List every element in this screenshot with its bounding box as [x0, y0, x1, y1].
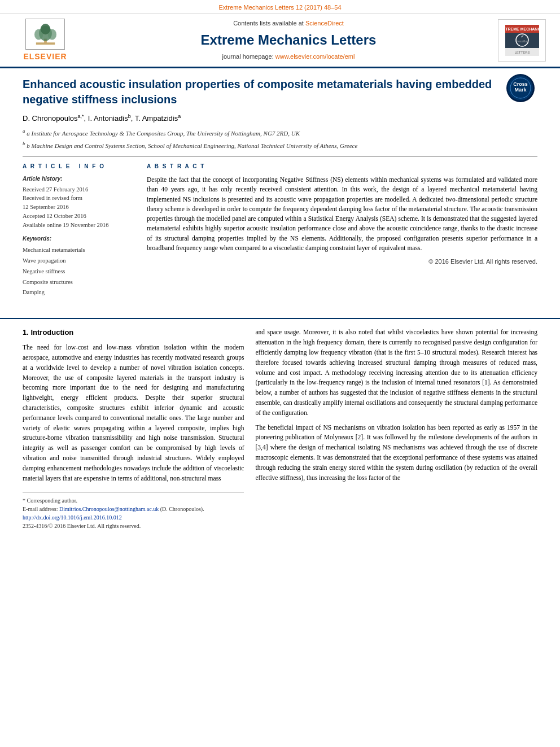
- svg-rect-5: [36, 43, 54, 45]
- doi-link[interactable]: http://dx.doi.org/10.1016/j.eml.2016.10.…: [23, 514, 122, 521]
- abstract-text: Despite the fact that the concept of inc…: [147, 175, 537, 253]
- keywords-label: Keywords:: [23, 235, 135, 243]
- homepage-link[interactable]: www.elsevier.com/locate/eml: [275, 53, 355, 60]
- received-date: Received 27 February 2016: [23, 185, 135, 194]
- issn-text: 2352-4316/© 2016 Elsevier Ltd. All right…: [23, 522, 244, 530]
- author-ampatzidis: T. Ampatzidis: [135, 115, 178, 123]
- left-column: 1. Introduction The need for low-cost an…: [23, 327, 244, 530]
- journal-header-center: Contents lists available at ScienceDirec…: [79, 19, 498, 62]
- article-info-label: A R T I C L E I N F O: [23, 163, 135, 171]
- article-history-group: Article history: Received 27 February 20…: [23, 175, 135, 229]
- elsevier-logo-icon: [25, 19, 65, 50]
- keywords-group: Keywords: Mechanical metamaterials Wave …: [23, 235, 135, 298]
- journal-ref-text: Extreme Mechanics Letters 12 (2017) 48–5…: [218, 4, 341, 11]
- corresponding-author-note: * Corresponding author.: [23, 496, 244, 505]
- svg-text:CrossMark: CrossMark: [515, 40, 529, 43]
- authors-line: D. Chronopoulosa,*, I. Antoniadisb, T. A…: [23, 113, 537, 124]
- crossmark-logo-area: EXTREME MECHANICS ✓ CrossMark LETTERS: [498, 19, 549, 62]
- journal-name: Extreme Mechanics Letters: [90, 30, 487, 50]
- article-info-column: A R T I C L E I N F O Article history: R…: [23, 163, 135, 304]
- intro-para2: and space usage. Moreover, it is also no…: [255, 327, 537, 418]
- elsevier-tree-svg: [33, 23, 58, 45]
- article-title: Enhanced acoustic insulation properties …: [23, 77, 537, 107]
- svg-text:Cross: Cross: [513, 81, 528, 87]
- crossmark-logo: EXTREME MECHANICS ✓ CrossMark LETTERS: [498, 19, 546, 62]
- keyword-5: Damping: [23, 287, 135, 298]
- crossmark-svg: EXTREME MECHANICS ✓ CrossMark LETTERS: [505, 25, 539, 56]
- intro-section-title: 1. Introduction: [23, 327, 244, 338]
- history-label: Article history:: [23, 175, 135, 184]
- crossmark-inline: Cross Mark: [506, 74, 537, 102]
- svg-text:✓: ✓: [520, 34, 524, 39]
- keyword-4: Composite structures: [23, 277, 135, 288]
- email-link[interactable]: Dimitrios.Chronopoulos@nottingham.ac.uk: [59, 506, 159, 512]
- keyword-1: Mechanical metamaterials: [23, 245, 135, 256]
- accepted-date: Accepted 12 October 2016: [23, 212, 135, 221]
- available-date: Available online 19 November 2016: [23, 221, 135, 230]
- author-antoniadis: I. Antoniadis: [88, 115, 128, 123]
- main-content: 1. Introduction The need for low-cost an…: [0, 318, 560, 541]
- right-column: and space usage. Moreover, it is also no…: [255, 327, 537, 530]
- contents-line: Contents lists available at ScienceDirec…: [90, 19, 487, 28]
- revised-label: Received in revised form: [23, 194, 135, 203]
- affiliation-a: a a Institute for Aerospace Technology &…: [23, 128, 537, 138]
- svg-text:EXTREME MECHANICS: EXTREME MECHANICS: [505, 27, 539, 31]
- intro-para3: The beneficial impact of NS mechanisms o…: [255, 423, 537, 483]
- sciencedirect-link[interactable]: ScienceDirect: [305, 20, 344, 27]
- article-header: Cross Mark Enhanced acoustic insulation …: [0, 68, 560, 315]
- abstract-column: A B S T R A C T Despite the fact that th…: [147, 163, 537, 304]
- header-divider: [23, 156, 537, 157]
- elsevier-wordmark: ELSEVIER: [23, 51, 67, 62]
- svg-text:LETTERS: LETTERS: [514, 51, 530, 54]
- journal-reference: Extreme Mechanics Letters 12 (2017) 48–5…: [0, 0, 560, 14]
- journal-header: ELSEVIER Contents lists available at Sci…: [0, 14, 560, 68]
- article-info-abstract: A R T I C L E I N F O Article history: R…: [23, 163, 537, 304]
- homepage-line: journal homepage: www.elsevier.com/locat…: [90, 53, 487, 62]
- footnote-area: * Corresponding author. E-mail address: …: [23, 492, 244, 530]
- author-chronopoulos: D. Chronopoulos: [23, 115, 78, 123]
- keyword-3: Negative stiffness: [23, 267, 135, 277]
- affiliation-b: b b Machine Design and Control Systems S…: [23, 140, 537, 151]
- abstract-label: A B S T R A C T: [147, 163, 537, 171]
- svg-point-4: [40, 24, 50, 34]
- intro-para1: The need for low-cost and low-mass vibra…: [23, 343, 244, 483]
- elsevier-logo-area: ELSEVIER: [11, 19, 79, 62]
- copyright-line: © 2016 Elsevier Ltd. All rights reserved…: [147, 257, 537, 267]
- email-note: E-mail address: Dimitrios.Chronopoulos@n…: [23, 505, 244, 513]
- revised-date: 12 September 2016: [23, 203, 135, 212]
- svg-text:Mark: Mark: [514, 87, 527, 93]
- keyword-2: Wave propagation: [23, 256, 135, 267]
- crossmark-badge: Cross Mark: [506, 74, 535, 102]
- keywords-list: Mechanical metamaterials Wave propagatio…: [23, 245, 135, 298]
- doi-link-text: http://dx.doi.org/10.1016/j.eml.2016.10.…: [23, 513, 244, 522]
